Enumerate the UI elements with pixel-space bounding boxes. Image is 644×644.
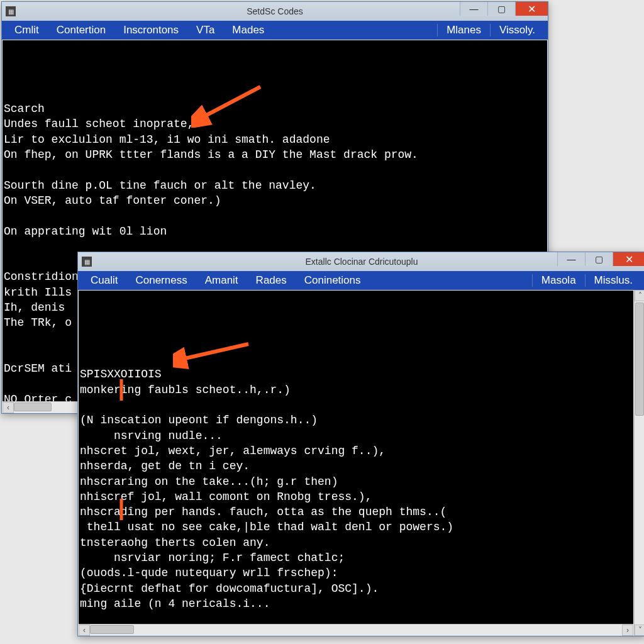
menu-bar: Cualit Conerness Amanit Rades Coninetion… bbox=[78, 271, 644, 290]
terminal-line: (ouods.l-qude nutequary wrll frschep): bbox=[80, 565, 632, 580]
maximize-button[interactable]: ▢ bbox=[487, 2, 515, 16]
menu-item-cmlit[interactable]: Cmlit bbox=[6, 24, 48, 36]
close-button[interactable]: ✕ bbox=[515, 2, 548, 16]
menu-item-vissoly[interactable]: Vissoly. bbox=[490, 24, 544, 36]
menu-item-mlanes[interactable]: Mlanes bbox=[437, 24, 490, 36]
scroll-thumb[interactable] bbox=[90, 625, 134, 634]
titlebar[interactable]: ▦ Extallc Clocinar Cdricutouplu — ▢ ✕ bbox=[78, 252, 644, 271]
app-icon: ▦ bbox=[82, 257, 92, 267]
scroll-right-arrow-icon[interactable]: › bbox=[622, 625, 633, 636]
scroll-thumb[interactable] bbox=[14, 402, 52, 411]
scroll-down-arrow-icon[interactable]: ˅ bbox=[635, 625, 644, 636]
menu-item-masola[interactable]: Masola bbox=[532, 274, 585, 287]
terminal-line: Lir to exclulion ml-13, i1 wo ini smath.… bbox=[4, 132, 546, 147]
terminal-line bbox=[4, 162, 546, 177]
terminal-line: {Diecrnt defhat for dowcomafuctura], OSC… bbox=[80, 581, 632, 596]
menu-item-amanit[interactable]: Amanit bbox=[196, 274, 247, 287]
titlebar[interactable]: ▦ SetdSc Codes — ▢ ✕ bbox=[2, 2, 548, 21]
scroll-track[interactable] bbox=[90, 625, 622, 636]
close-button[interactable]: ✕ bbox=[613, 252, 644, 266]
scroll-track[interactable] bbox=[635, 301, 644, 625]
terminal-line: monkering faubls scheot..h,.r.) bbox=[80, 382, 632, 397]
horizontal-scrollbar[interactable]: ‹ › bbox=[79, 624, 633, 635]
menu-item-misslus[interactable]: Misslus. bbox=[585, 274, 641, 287]
menu-item-vta[interactable]: VTa bbox=[187, 24, 223, 36]
window-buttons: — ▢ ✕ bbox=[557, 252, 644, 271]
terminal-line: On fhep, on UPRK ttter flands is a a DIY… bbox=[4, 147, 546, 162]
scroll-up-arrow-icon[interactable]: ˄ bbox=[635, 290, 644, 301]
terminal-line: SPISXXOIIOIS bbox=[80, 367, 632, 382]
window-buttons: — ▢ ✕ bbox=[460, 2, 548, 21]
terminal-line bbox=[4, 208, 546, 223]
menu-item-conerness[interactable]: Conerness bbox=[126, 274, 196, 287]
terminal-line: nhscraring on the take...(h; g.r then) bbox=[80, 474, 632, 489]
menu-item-contertion[interactable]: Contertion bbox=[48, 24, 114, 36]
menu-item-mades[interactable]: Mades bbox=[223, 24, 273, 36]
scroll-left-arrow-icon[interactable]: ‹ bbox=[3, 402, 14, 413]
menu-item-inscrontons[interactable]: Inscrontons bbox=[114, 24, 187, 36]
minimize-button[interactable]: — bbox=[460, 2, 487, 16]
maximize-button[interactable]: ▢ bbox=[585, 252, 613, 266]
terminal-line: On apprating wit 0l lion bbox=[4, 224, 546, 239]
svg-line-1 bbox=[179, 344, 248, 360]
terminal-line bbox=[80, 397, 632, 413]
terminal-line: nsrving nudle... bbox=[80, 428, 632, 443]
scroll-left-arrow-icon[interactable]: ‹ bbox=[79, 625, 90, 636]
terminal-line: nhscret jol, wext, jer, alemways crving … bbox=[80, 443, 632, 458]
minimize-button[interactable]: — bbox=[557, 252, 585, 266]
scroll-thumb[interactable] bbox=[635, 303, 644, 416]
terminal-output[interactable]: SPISXXOIIOISmonkering faubls scheot..h,.… bbox=[79, 291, 633, 624]
app-icon: ▦ bbox=[6, 6, 16, 16]
terminal-line: Sourth dine p.OL tine fauch or alt the n… bbox=[4, 178, 546, 193]
terminal-line: nsrviar noring; F.r famect chatlc; bbox=[80, 550, 632, 565]
terminal-line: nhserda, get de tn i cey. bbox=[80, 458, 632, 474]
terminal-line: (N inscation upeont if dengons.h..) bbox=[80, 413, 632, 428]
terminal-line: ming aile (n 4 nericals.i... bbox=[80, 596, 632, 611]
terminal-line: Scarch bbox=[4, 101, 546, 116]
terminal-line: nhiscref jol, wall comont on Rnobg tress… bbox=[80, 489, 632, 504]
window-extallc-clocinar: ▦ Extallc Clocinar Cdricutouplu — ▢ ✕ Cu… bbox=[77, 252, 644, 636]
terminal-line: thell usat no see cake,|ble thad walt de… bbox=[80, 519, 632, 535]
terminal-line: nhscradîng per hands. fauch, otta as the… bbox=[80, 504, 632, 519]
terminal-line: tnsteraohg therts colen any. bbox=[80, 535, 632, 550]
menu-bar: Cmlit Contertion Inscrontons VTa Mades M… bbox=[2, 21, 548, 40]
terminal-line: On VSER, auto taf fonter coner.) bbox=[4, 193, 546, 208]
vertical-scrollbar[interactable]: ˄ ˅ bbox=[634, 290, 644, 636]
terminal-line: Undes faull scheot inoprate, bbox=[4, 116, 546, 131]
menu-item-cualit[interactable]: Cualit bbox=[82, 274, 126, 287]
menu-item-rades[interactable]: Rades bbox=[247, 274, 296, 287]
menu-item-coninetions[interactable]: Coninetions bbox=[296, 274, 370, 287]
